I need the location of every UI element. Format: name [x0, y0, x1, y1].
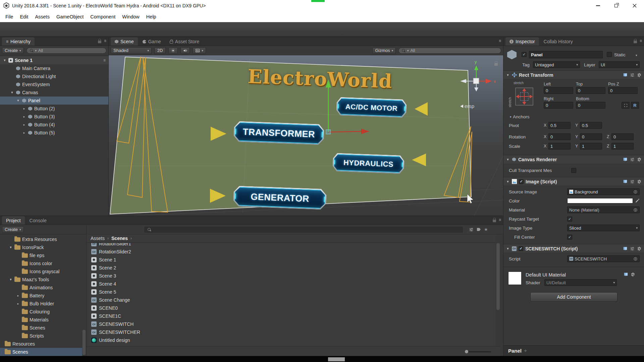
menu-component[interactable]: Component [87, 11, 119, 22]
menu-help[interactable]: Help [143, 11, 160, 22]
color-swatch[interactable] [567, 198, 633, 203]
panel-menu-icon[interactable]: ≡ [640, 39, 642, 43]
gear-icon[interactable] [637, 73, 642, 77]
file-row[interactable]: C#Scene Change [87, 296, 130, 304]
drag-handle-icon[interactable]: ÷ [524, 348, 527, 353]
scene-button-transformer[interactable]: TRANSFORMER [233, 121, 324, 145]
pivot-x-field[interactable]: 0.5 [548, 122, 571, 129]
menu-gameobject[interactable]: GameObject [53, 11, 87, 22]
right-field[interactable]: 0 [544, 102, 573, 109]
help-book-icon[interactable] [623, 157, 628, 162]
scene-button-hydraulics[interactable]: HYDRAULICS [332, 153, 405, 174]
lock-icon[interactable] [634, 41, 637, 43]
anchor-preset-widget[interactable] [514, 86, 535, 107]
hierarchy-row-eventsystem[interactable]: EventSystem [0, 80, 108, 88]
close-button[interactable] [625, 0, 644, 11]
foldout-icon[interactable]: ▼ [506, 158, 510, 161]
help-book-icon[interactable] [623, 73, 628, 77]
file-row[interactable]: Scene 5 [87, 288, 116, 296]
file-row[interactable]: C#SCENESWITCH [87, 320, 133, 328]
panel-menu-icon[interactable]: ≡ [499, 39, 501, 43]
foldout-icon[interactable]: ▼ [10, 91, 14, 94]
object-picker-icon[interactable] [633, 208, 638, 212]
audio-toggle-button[interactable] [180, 47, 190, 54]
lighting-toggle-button[interactable] [168, 47, 178, 54]
preset-icon[interactable] [630, 157, 635, 162]
file-row[interactable]: C#SCENESWITCHER [87, 328, 140, 336]
canvas-renderer-header[interactable]: ▼ Canvas Renderer [503, 155, 644, 164]
gizmo-center-cube[interactable] [473, 78, 479, 84]
preset-icon[interactable] [630, 73, 635, 77]
preview-footer-bar[interactable]: Panel ÷ [503, 345, 644, 356]
preset-icon[interactable] [630, 179, 635, 184]
folder-row-extra-resources[interactable]: Extra Resources [0, 235, 82, 243]
hierarchy-row-panel[interactable]: ▼Panel [0, 97, 108, 105]
breadcrumb-assets[interactable]: Assets [91, 236, 105, 241]
lock-icon[interactable] [493, 220, 496, 222]
scale-y-field[interactable]: 1 [580, 143, 602, 149]
tab-game[interactable]: Game [139, 38, 165, 46]
tab-hierarchy[interactable]: ≡Hierarchy [2, 38, 35, 46]
foldout-icon[interactable]: ▼ [506, 73, 510, 77]
rotation-z-field[interactable]: 0 [611, 133, 634, 140]
enabled-checkbox[interactable]: ✓ [519, 246, 523, 251]
file-row[interactable]: Scene 2 [87, 264, 116, 272]
folder-row-scenes-selected[interactable]: Scenes [0, 348, 82, 356]
folder-row-scripts[interactable]: Scripts [0, 332, 82, 340]
tab-inspector[interactable]: iInspector [505, 38, 539, 46]
effects-dropdown-button[interactable]: ▾ [193, 47, 206, 54]
foldout-icon[interactable]: ▼ [16, 99, 20, 102]
file-row[interactable]: C#RotationSlider2 [87, 248, 131, 256]
cull-checkbox[interactable] [571, 168, 576, 173]
gizmos-dropdown[interactable]: Gizmos▾ [372, 47, 396, 54]
lock-icon[interactable] [98, 41, 101, 43]
gear-icon[interactable] [637, 246, 642, 251]
filter-icon[interactable] [469, 227, 474, 232]
sceneswitch-header[interactable]: ▼ C# ✓ SCENESWITCH (Script) [503, 244, 644, 253]
hierarchy-row-main-camera[interactable]: Main Camera [0, 64, 108, 72]
active-checkbox[interactable]: ✓ [522, 52, 527, 57]
hierarchy-row-button-4[interactable]: ▸Button (4) [0, 121, 108, 129]
help-book-icon[interactable] [623, 246, 628, 251]
file-row[interactable]: Untitled design [87, 336, 130, 344]
foldout-icon[interactable]: ▼ [506, 180, 510, 183]
rect-transform-header[interactable]: ▼ Rect Transform [503, 70, 644, 79]
panel-menu-icon[interactable]: ≡ [104, 39, 106, 43]
foldout-icon[interactable]: ▸ [22, 107, 26, 110]
scene-button-acdc-motor[interactable]: AC/DC MOTOR [336, 97, 407, 118]
scale-x-field[interactable]: 1 [548, 143, 571, 149]
file-list-scrollbar-thumb[interactable] [496, 243, 500, 310]
image-component-header[interactable]: ▼ ✓ Image (Script) [503, 177, 644, 186]
tab-collab-history[interactable]: Collab History [540, 38, 577, 46]
tag-dropdown[interactable]: Untagged▾ [533, 61, 580, 68]
tab-scene[interactable]: Scene [111, 38, 138, 46]
folder-row-battery[interactable]: ▸Battery [0, 292, 82, 300]
foldout-icon[interactable]: ▸ [22, 115, 26, 118]
label-icon[interactable] [477, 228, 481, 231]
icon-size-slider[interactable] [466, 351, 491, 352]
foldout-icon[interactable]: ▼ [9, 246, 13, 249]
help-book-icon[interactable] [623, 179, 628, 184]
posz-field[interactable]: 0 [608, 87, 638, 94]
perspective-label[interactable]: ersp [460, 103, 474, 109]
enabled-checkbox[interactable]: ✓ [519, 179, 524, 184]
blueprint-mode-button[interactable] [622, 102, 630, 109]
folder-row-materials[interactable]: Materials [0, 316, 82, 324]
project-search-input[interactable] [144, 227, 463, 233]
folder-row-scenes-sub[interactable]: Scenes [0, 324, 82, 332]
gear-icon[interactable] [637, 157, 642, 162]
object-picker-icon[interactable] [633, 190, 638, 194]
left-field[interactable]: 0 [544, 87, 573, 94]
foldout-icon[interactable]: ▸ [22, 123, 26, 126]
foldout-icon[interactable]: ▸ [22, 131, 26, 134]
draw-mode-dropdown[interactable]: Shaded▾ [111, 47, 152, 54]
script-field[interactable]: C#SCENESWITCH [567, 255, 640, 262]
folder-row-colouring[interactable]: Colouring [0, 308, 82, 316]
fill-center-checkbox[interactable]: ✓ [567, 235, 572, 240]
folder-row-file-eps[interactable]: file eps [0, 251, 82, 259]
hierarchy-row-canvas[interactable]: ▼Canvas [0, 88, 108, 97]
foldout-icon[interactable]: ▼ [3, 59, 7, 62]
folder-row-resources[interactable]: Resources [0, 340, 82, 348]
folder-row-icons-grayscale[interactable]: Icons grayscal [0, 267, 82, 276]
folder-row-icons-color[interactable]: Icons color [0, 259, 82, 267]
